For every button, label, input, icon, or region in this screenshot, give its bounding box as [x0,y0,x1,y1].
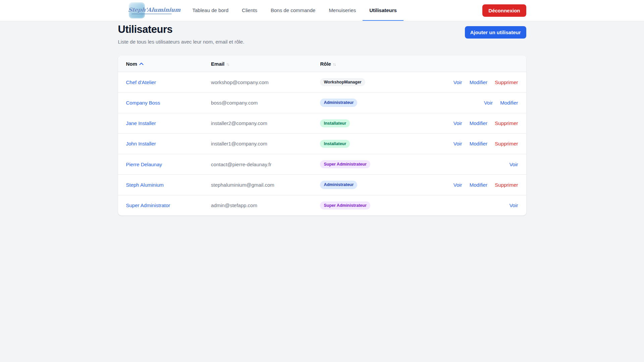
topnav-container: Steph'Aluminium Tableau de bord Clients … [118,0,526,21]
user-name-link[interactable]: Jane Installer [126,120,156,126]
page-subtitle: Liste de tous les utilisateurs avec leur… [118,39,245,45]
delete-link[interactable]: Supprimer [495,79,518,85]
role-badge: Installateur [320,119,350,127]
user-name-link[interactable]: Chef d'Atelier [126,79,156,85]
view-link[interactable]: Voir [453,79,462,85]
edit-link[interactable]: Modifier [470,182,487,188]
users-table: Nom Email↑↓ Rôle↑↓ Chef d'Atelier worksh… [118,56,526,216]
chevron-up-icon [139,61,144,66]
view-link[interactable]: Voir [509,202,518,208]
user-email: installer1@company.com [211,141,267,146]
table-header: Nom Email↑↓ Rôle↑↓ [118,56,526,72]
table-row: John Installer installer1@company.com In… [118,133,526,154]
nav-item-menuiseries[interactable]: Menuiseries [322,0,363,21]
role-badge: Super Administrateur [320,201,370,209]
nav-item-utilisateurs[interactable]: Utilisateurs [363,0,404,21]
table-row: Super Administrator admin@stefapp.com Su… [118,195,526,216]
edit-link[interactable]: Modifier [470,120,487,126]
main-nav: Tableau de bord Clients Bons de commande… [186,0,404,21]
table-row: Jane Installer installer2@company.com In… [118,113,526,133]
user-email: workshop@company.com [211,79,269,85]
table-row: Steph Aluminium stephaluminium@gmail.com… [118,175,526,195]
column-header-actions [439,56,526,72]
column-header-email-label: Email [211,61,224,67]
column-header-role-label: Rôle [320,61,331,67]
view-link[interactable]: Voir [453,141,462,146]
logo-text: Steph'Aluminium [128,7,182,13]
view-link[interactable]: Voir [453,182,462,188]
edit-link[interactable]: Modifier [470,141,487,146]
user-name-link[interactable]: Company Boss [126,100,160,106]
role-badge: Administrateur [320,99,357,107]
nav-item-tableau-de-bord[interactable]: Tableau de bord [186,0,235,21]
column-header-email[interactable]: Email↑↓ [203,56,312,72]
page-title: Utilisateurs [118,23,245,36]
column-header-nom[interactable]: Nom [118,56,203,72]
delete-link[interactable]: Supprimer [495,141,518,146]
user-email: boss@company.com [211,100,258,106]
user-name-link[interactable]: John Installer [126,141,156,146]
role-badge: WorkshopManager [320,78,365,86]
main-content: Utilisateurs Liste de tous les utilisate… [118,21,526,216]
sort-arrows-icon: ↑↓ [333,62,335,67]
delete-link[interactable]: Supprimer [495,182,518,188]
logo-tagline [131,13,172,14]
delete-link[interactable]: Supprimer [495,120,518,126]
column-header-role[interactable]: Rôle↑↓ [312,56,439,72]
view-link[interactable]: Voir [484,100,493,106]
nav-item-bons-de-commande[interactable]: Bons de commande [264,0,322,21]
app-logo[interactable]: Steph'Aluminium [128,0,178,21]
table-body: Chef d'Atelier workshop@company.com Work… [118,72,526,216]
nav-item-clients[interactable]: Clients [235,0,264,21]
top-navigation-bar: Steph'Aluminium Tableau de bord Clients … [0,0,644,21]
table-header-row: Nom Email↑↓ Rôle↑↓ [118,56,526,72]
sort-arrows-icon: ↑↓ [226,62,229,67]
user-name-link[interactable]: Pierre Delaunay [126,162,162,167]
user-email: installer2@company.com [211,120,267,126]
column-header-nom-label: Nom [126,61,137,67]
role-badge: Super Administrateur [320,160,370,168]
user-email: stephaluminium@gmail.com [211,182,274,188]
page-header-text: Utilisateurs Liste de tous les utilisate… [118,23,245,45]
user-name-link[interactable]: Steph Aluminium [126,182,164,188]
view-link[interactable]: Voir [509,162,518,167]
role-badge: Installateur [320,140,350,148]
table-row: Pierre Delaunay contact@pierre-delaunay.… [118,154,526,175]
edit-link[interactable]: Modifier [500,100,518,106]
view-link[interactable]: Voir [453,120,462,126]
logout-button[interactable]: Déconnexion [482,4,526,17]
user-email: admin@stefapp.com [211,202,257,208]
user-email: contact@pierre-delaunay.fr [211,162,271,167]
page-header: Utilisateurs Liste de tous les utilisate… [118,23,526,45]
users-table-card: Nom Email↑↓ Rôle↑↓ Chef d'Atelier worksh… [118,56,526,216]
add-user-button[interactable]: Ajouter un utilisateur [465,26,526,39]
user-name-link[interactable]: Super Administrator [126,202,170,208]
table-row: Chef d'Atelier workshop@company.com Work… [118,72,526,93]
table-row: Company Boss boss@company.com Administra… [118,93,526,113]
role-badge: Administrateur [320,181,357,189]
edit-link[interactable]: Modifier [470,79,487,85]
